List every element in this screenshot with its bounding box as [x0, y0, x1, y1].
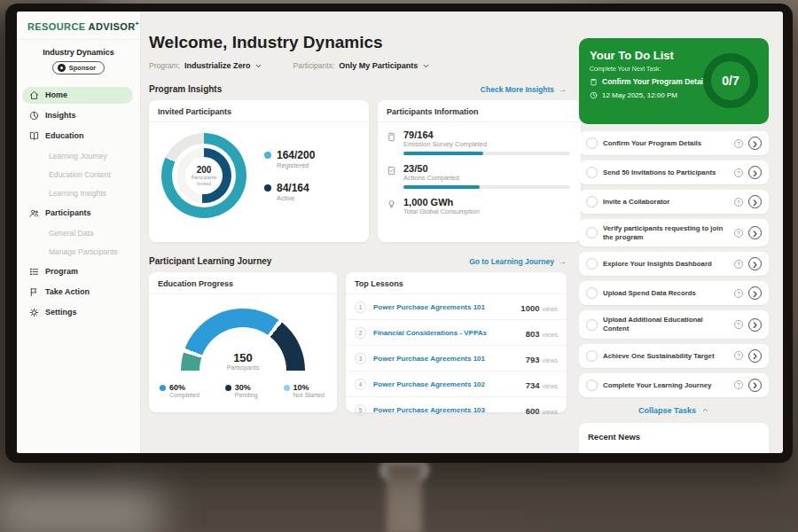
background-blur: [0, 488, 160, 532]
sidebar-item-learning-insights[interactable]: Learning Insights: [22, 186, 133, 200]
task-checkbox[interactable]: [586, 196, 598, 207]
participants-filter-dropdown[interactable]: Participants: Only My Participants: [293, 61, 430, 70]
task-checkbox[interactable]: [586, 350, 598, 362]
lesson-views: 1000: [520, 303, 539, 313]
task-checkbox[interactable]: [586, 319, 598, 331]
legend-pct: 60%: [169, 383, 200, 392]
legend-pct: 10%: [293, 383, 325, 392]
chevron-right-icon[interactable]: ›: [748, 286, 762, 300]
sidebar-item-home[interactable]: Home: [22, 87, 133, 104]
main-content: Welcome, Industry Dynamics Program: Indu…: [141, 12, 574, 453]
lesson-row[interactable]: 2 Financial Considerations - VPPAs 803vi…: [346, 320, 567, 346]
collapse-tasks-link[interactable]: Collapse Tasks: [579, 406, 769, 415]
chevron-right-icon[interactable]: ›: [748, 226, 762, 239]
task-row-confirm-program[interactable]: Confirm Your Program Details ? ›: [579, 131, 769, 155]
lesson-row[interactable]: 1 Power Purchase Agreements 101 1000view…: [346, 294, 567, 320]
help-icon[interactable]: ?: [734, 139, 743, 148]
task-row-achieve-target[interactable]: Achieve One Sustainability Target ? ›: [579, 344, 769, 368]
lesson-link[interactable]: Power Purchase Agreements 103: [373, 406, 519, 414]
task-row-upload-spend-data[interactable]: Upload Spend Data Records ? ›: [579, 281, 769, 305]
help-icon[interactable]: ?: [734, 260, 743, 269]
lesson-row[interactable]: 5 Power Purchase Agreements 103 600views: [346, 397, 567, 422]
legend-pct: 30%: [235, 383, 258, 392]
chevron-right-icon[interactable]: ›: [748, 379, 762, 392]
sidebar-item-learning-journey[interactable]: Learning Journey: [22, 149, 133, 163]
todo-panel: Your To Do List Complete Your Next Task:…: [579, 38, 769, 124]
lesson-link[interactable]: Power Purchase Agreements 101: [373, 303, 513, 311]
lesson-row[interactable]: 3 Power Purchase Agreements 101 793views: [346, 346, 567, 372]
nav-label: Education: [45, 131, 84, 140]
arrow-right-icon: →: [558, 257, 567, 266]
chevron-right-icon[interactable]: ›: [748, 166, 762, 179]
lesson-link[interactable]: Power Purchase Agreements 101: [373, 355, 519, 363]
task-checkbox[interactable]: [586, 167, 598, 178]
chevron-right-icon[interactable]: ›: [748, 349, 762, 363]
task-label: Verify participants requesting to join t…: [603, 224, 729, 241]
pie-chart-icon: [29, 111, 39, 121]
task-label: Explore Your Insights Dashboard: [603, 260, 729, 269]
go-to-learning-journey-link[interactable]: Go to Learning Journey →: [469, 257, 567, 266]
monitor-stand: [387, 465, 422, 532]
task-label: Upload Additional Educational Content: [603, 316, 729, 332]
task-row-invite-collaborator[interactable]: Invite a Collaborator ? ›: [579, 190, 769, 214]
task-checkbox[interactable]: [586, 258, 598, 270]
logo-text-resource: RESOURCE: [27, 21, 86, 32]
nav-label: Program: [45, 267, 78, 276]
sidebar-item-general-data[interactable]: General Data: [22, 226, 133, 240]
sidebar-item-program[interactable]: Program: [22, 263, 133, 280]
chevron-right-icon[interactable]: ›: [748, 257, 762, 270]
sidebar-item-participants[interactable]: Participants: [22, 205, 133, 222]
sponsor-badge[interactable]: Sponsor: [52, 61, 105, 74]
legend-dot-active: [264, 184, 271, 192]
task-row-complete-learning-journey[interactable]: Complete Your Learning Journey ? ›: [579, 373, 769, 397]
sidebar-item-settings[interactable]: Settings: [22, 304, 133, 321]
task-checkbox[interactable]: [586, 379, 598, 391]
help-icon[interactable]: ?: [734, 351, 743, 360]
sidebar-item-insights[interactable]: Insights: [22, 107, 133, 124]
task-row-verify-participants[interactable]: Verify participants requesting to join t…: [579, 219, 769, 246]
help-icon[interactable]: ?: [734, 320, 743, 329]
sponsor-badge-label: Sponsor: [69, 64, 96, 72]
views-suffix: views: [542, 383, 558, 389]
sidebar-item-manage-participants[interactable]: Manage Participants: [22, 245, 133, 259]
program-insights-heading: Program Insights: [149, 84, 222, 94]
task-label: Send 50 Invitations to Participants: [603, 168, 729, 177]
chevron-right-icon[interactable]: ›: [748, 137, 762, 150]
task-checkbox[interactable]: [586, 227, 598, 239]
check-more-insights-link[interactable]: Check More Insights →: [481, 85, 567, 94]
flag-icon: [29, 287, 39, 297]
help-icon[interactable]: ?: [734, 229, 743, 238]
help-icon[interactable]: ?: [734, 289, 743, 298]
task-row-upload-educational-content[interactable]: Upload Additional Educational Content ? …: [579, 310, 769, 338]
stat-label: Total Global Consumption: [403, 207, 480, 215]
lesson-link[interactable]: Financial Considerations - VPPAs: [373, 329, 519, 337]
lesson-link[interactable]: Power Purchase Agreements 102: [373, 380, 519, 388]
lesson-rank: 1: [355, 301, 366, 313]
link-label: Go to Learning Journey: [469, 257, 554, 266]
chevron-right-icon[interactable]: ›: [748, 195, 762, 208]
lesson-row[interactable]: 4 Power Purchase Agreements 102 734views: [346, 372, 567, 397]
lesson-views: 734: [526, 380, 540, 390]
task-checkbox[interactable]: [586, 137, 598, 149]
sidebar-item-take-action[interactable]: Take Action: [22, 284, 133, 301]
help-icon[interactable]: ?: [734, 168, 743, 177]
task-checkbox[interactable]: [586, 287, 598, 299]
arrow-right-icon: →: [558, 85, 567, 94]
sidebar-item-education[interactable]: Education: [22, 128, 133, 145]
lesson-rank: 2: [355, 327, 366, 339]
legend-completed: 60% Completed: [160, 383, 200, 398]
legend-not-started: 10% Not Started: [284, 383, 325, 398]
help-icon[interactable]: ?: [734, 198, 743, 207]
education-progress-gauge-chart: 150 Participants: [181, 309, 305, 371]
legend-registered: 164/200 Registered: [264, 149, 315, 169]
sidebar-item-education-content[interactable]: Education Content: [22, 168, 133, 182]
task-row-send-invitations[interactable]: Send 50 Invitations to Participants ? ›: [579, 160, 769, 184]
help-icon[interactable]: ?: [734, 380, 743, 389]
lesson-views: 600: [526, 406, 540, 416]
gauge-legend: 60% Completed 30% Pending: [149, 371, 337, 398]
chevron-right-icon[interactable]: ›: [748, 318, 762, 332]
task-label: Complete Your Learning Journey: [603, 381, 729, 390]
program-filter-dropdown[interactable]: Program: Industrialize Zero: [149, 61, 262, 70]
lesson-rank: 4: [355, 379, 366, 390]
task-row-explore-insights[interactable]: Explore Your Insights Dashboard ? ›: [579, 252, 769, 276]
